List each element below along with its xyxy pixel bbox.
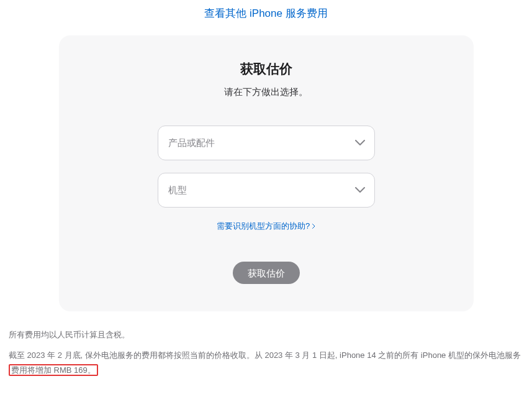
model-select-placeholder: 机型 [168,185,187,196]
help-link-text: 需要识别机型方面的协助? [217,221,310,232]
identify-model-help-link[interactable]: 需要识别机型方面的协助? [217,221,315,232]
footer-disclaimer: 所有费用均以人民币计算且含税。 截至 2023 年 2 月底, 保外电池服务的费… [6,327,526,377]
top-link-wrapper: 查看其他 iPhone 服务费用 [6,0,526,35]
product-select-wrapper: 产品或配件 [158,126,375,160]
other-service-fees-link[interactable]: 查看其他 iPhone 服务费用 [204,7,327,19]
footer-line-1: 所有费用均以人民币计算且含税。 [9,327,523,342]
model-select-wrapper: 机型 [158,173,375,208]
price-increase-highlight: 费用将增加 RMB 169。 [9,364,98,376]
footer-line-2: 截至 2023 年 2 月底, 保外电池服务的费用都将按照当前的价格收取。从 2… [9,348,523,377]
card-title: 获取估价 [84,60,449,78]
help-link-wrapper: 需要识别机型方面的协助? [84,220,449,232]
get-estimate-button[interactable]: 获取估价 [233,262,300,284]
estimate-card: 获取估价 请在下方做出选择。 产品或配件 机型 需要识别机型方面的协助? [59,35,474,311]
product-select-placeholder: 产品或配件 [168,137,215,149]
footer-line-2-text: 截至 2023 年 2 月底, 保外电池服务的费用都将按照当前的价格收取。从 2… [9,350,521,360]
product-select[interactable]: 产品或配件 [158,126,375,160]
chevron-right-icon [312,224,315,229]
card-subtitle: 请在下方做出选择。 [84,86,449,98]
model-select[interactable]: 机型 [158,173,375,208]
